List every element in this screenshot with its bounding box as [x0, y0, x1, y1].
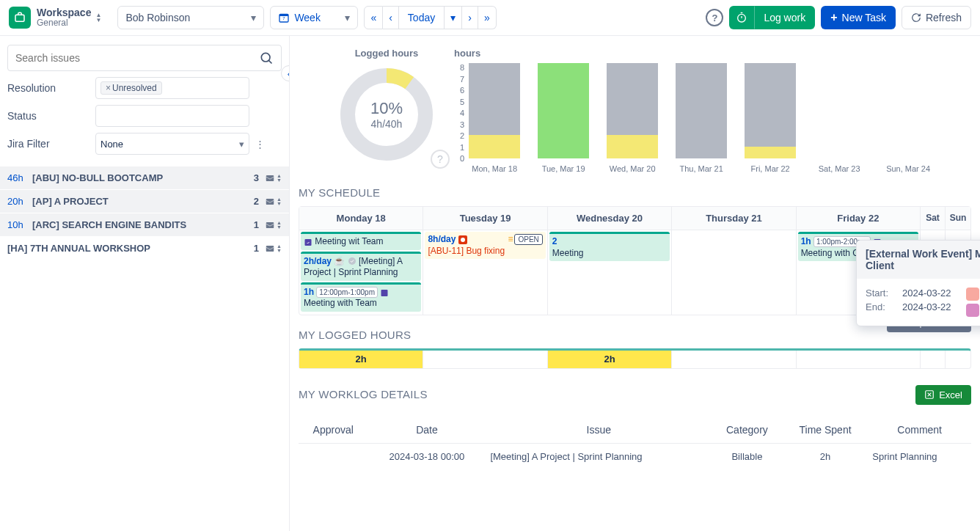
donut-title: Logged hours — [355, 48, 419, 59]
bar-day: Wed, Mar 20 — [607, 63, 658, 173]
svg-point-13 — [348, 257, 356, 265]
logged-hours-cell[interactable] — [921, 351, 946, 368]
logged-section-title: MY LOGGED HOURS — [299, 329, 411, 341]
workspace-icon[interactable] — [9, 7, 31, 29]
view-selector[interactable]: 7 Week▾ — [270, 6, 358, 29]
logged-hours-cell[interactable]: 2h — [548, 351, 672, 368]
svg-point-5 — [261, 53, 270, 62]
logged-hours-cell[interactable] — [946, 351, 970, 368]
resolution-label: Resolution — [7, 82, 95, 94]
logged-hours-cell[interactable] — [797, 351, 921, 368]
refresh-icon — [911, 12, 921, 23]
bar-day: Tue, Mar 19 — [538, 63, 589, 173]
excel-icon — [924, 389, 935, 400]
workspace-selector[interactable]: Workspace General — [37, 7, 91, 29]
schedule-section-title: MY SCHEDULE — [299, 186, 971, 199]
event-bug-fixing[interactable]: 8h/day ≡OPEN [ABU-11] Bug fixing — [425, 232, 545, 259]
donut-help-icon[interactable]: ? — [431, 150, 450, 169]
worklog-header: Comment — [868, 417, 971, 444]
issue-row[interactable]: [HA] 7TH ANNUAL WORKSHOP1▲▼ — [0, 237, 289, 260]
color-swatch[interactable] — [966, 304, 979, 317]
bar-day: Thu, Mar 21 — [676, 63, 727, 173]
worklog-section-title: MY WORKLOG DETAILS — [299, 388, 428, 400]
logged-hours-cell[interactable] — [672, 351, 796, 368]
svg-rect-9 — [266, 245, 274, 251]
schedule-day-header: Sat — [921, 207, 946, 230]
refresh-button[interactable]: Refresh — [902, 6, 971, 29]
nav-last-button[interactable]: » — [478, 6, 497, 29]
svg-point-4 — [738, 14, 746, 22]
worklog-header: Category — [712, 417, 783, 444]
calendar-icon — [380, 288, 389, 297]
logged-hours-bar: 2h2h — [299, 348, 971, 369]
logged-hours-cell[interactable]: 2h — [299, 351, 423, 368]
search-input[interactable] — [15, 52, 259, 64]
issue-row[interactable]: 46h[ABU] NO-BULL BOOTCAMP3▲▼ — [0, 166, 289, 190]
resolution-tag[interactable]: Unresolved — [100, 81, 162, 95]
log-work-button[interactable]: Log work — [754, 6, 815, 29]
bars-title: hours — [454, 48, 934, 59]
stopwatch-icon — [736, 12, 747, 23]
calendar-check-icon — [304, 238, 312, 246]
worklog-header: Time Spent — [783, 417, 869, 444]
schedule-day-header: Thursday 21 — [672, 207, 796, 230]
worklog-table: ApprovalDateIssueCategoryTime SpentComme… — [299, 417, 971, 469]
bar-day: Sat, Mar 23 — [813, 63, 865, 173]
status-field[interactable] — [95, 105, 249, 127]
user-selector[interactable]: Bob Robinson▾ — [117, 6, 264, 29]
jira-filter-field[interactable]: None▾ — [95, 133, 249, 155]
filter-more-button[interactable]: ⋮ — [255, 139, 265, 150]
schedule-cell-tue[interactable]: 8h/day ≡OPEN [ABU-11] Bug fixing — [423, 230, 547, 315]
event-sprint-planning[interactable]: 2h/day ☕ [Meeting] A Project | Sprint Pl… — [301, 252, 421, 281]
schedule-day-header: Sun — [946, 207, 970, 230]
schedule-cell-thu[interactable] — [672, 230, 796, 315]
popup-start-date: 2024-03-22 — [902, 288, 951, 299]
schedule-day-header: Monday 18 — [299, 207, 423, 230]
excel-export-button[interactable]: Excel — [915, 385, 971, 405]
svg-text:7: 7 — [283, 16, 286, 21]
timer-button[interactable] — [729, 6, 754, 29]
schedule-day-header: Tuesday 19 — [423, 207, 547, 230]
schedule-cell-wed[interactable]: 2 Meeting — [548, 230, 672, 315]
donut-percent: 10% — [370, 99, 403, 118]
search-input-wrap[interactable] — [7, 45, 282, 71]
svg-rect-8 — [266, 221, 274, 227]
bar-day: Fri, Mar 22 — [745, 63, 796, 173]
status-label: Status — [7, 110, 95, 122]
bar-day: Sun, Mar 24 — [882, 63, 934, 173]
issue-row[interactable]: 10h[ARC] SEARCH ENGINE BANDITS1▲▼ — [0, 213, 289, 237]
worklog-row[interactable]: 2024-03-18 00:00[Meeting] A Project | Sp… — [299, 443, 971, 469]
svg-rect-14 — [381, 290, 388, 296]
svg-point-16 — [461, 238, 465, 242]
help-button[interactable]: ? — [706, 9, 723, 26]
logged-hours-donut: 10% 4h/40h ? — [335, 63, 438, 166]
today-button[interactable]: Today — [399, 6, 445, 29]
jira-filter-label: Jira Filter — [7, 138, 95, 150]
event-popup: [External Work Event] Meeting with Clien… — [856, 240, 980, 326]
calendar-icon: 7 — [278, 12, 290, 23]
worklog-header: Date — [368, 417, 486, 444]
issue-row[interactable]: 20h[AP] A PROJECT2▲▼ — [0, 190, 289, 213]
color-swatch[interactable] — [966, 288, 979, 301]
event-meeting-team-pm[interactable]: 1h 12:00pm-1:00pm Meeting with Team — [301, 282, 421, 312]
nav-next-button[interactable]: › — [462, 6, 478, 29]
event-meeting-team[interactable]: Meeting wit Team — [301, 232, 421, 250]
schedule-day-header: Wednesday 20 — [548, 207, 672, 230]
logged-hours-cell[interactable] — [423, 351, 547, 368]
workspace-switch-icon[interactable]: ▲▼ — [95, 12, 101, 23]
nav-first-button[interactable]: « — [364, 6, 383, 29]
resolution-field[interactable]: Unresolved — [95, 77, 249, 99]
nav-prev-button[interactable]: ‹ — [383, 6, 399, 29]
search-icon — [259, 51, 274, 65]
svg-rect-2 — [279, 14, 288, 16]
worklog-header: Issue — [486, 417, 712, 444]
today-dropdown[interactable]: ▾ — [445, 6, 462, 29]
event-wed-meeting[interactable]: 2 Meeting — [549, 232, 670, 261]
svg-rect-6 — [266, 175, 274, 180]
svg-rect-7 — [266, 198, 274, 204]
popup-end-date: 2024-03-22 — [902, 301, 951, 312]
schedule-cell-mon[interactable]: Meeting wit Team 2h/day ☕ [Meeting] A Pr… — [299, 230, 423, 315]
worklog-header: Approval — [299, 417, 368, 444]
schedule-day-header: Friday 22 — [797, 207, 921, 230]
new-task-button[interactable]: +New Task — [821, 6, 896, 29]
